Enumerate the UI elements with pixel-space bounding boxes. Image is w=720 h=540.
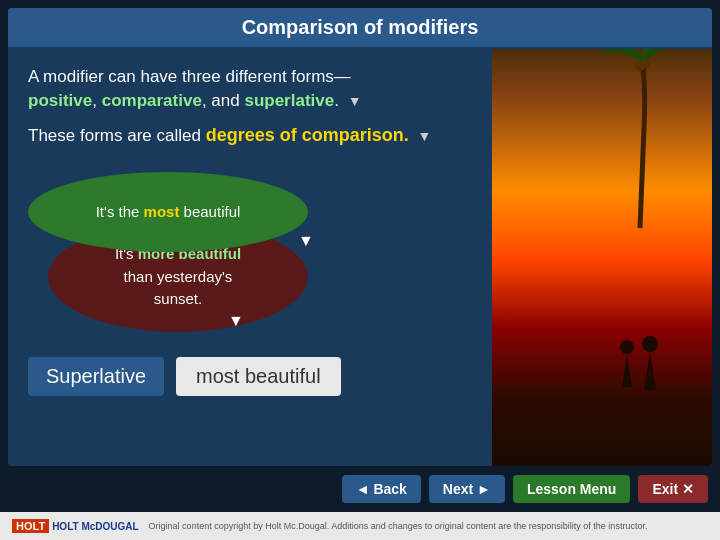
holt-mcdougal-logo: HOLT HOLT McDOUGAL (12, 519, 139, 533)
degrees-prefix: These forms are called (28, 126, 206, 145)
page-title: Comparison of modifiers (24, 16, 696, 39)
svg-point-1 (642, 60, 650, 68)
copyright-text: Original content copyright by Holt Mc.Do… (149, 521, 648, 531)
bubble-dark-text: It's more beautiful than yesterday's sun… (115, 243, 241, 311)
degrees-highlight: degrees of comparison. (206, 125, 409, 145)
back-button[interactable]: ◄ Back (342, 475, 421, 503)
superlative-value: most beautiful (176, 357, 341, 396)
svg-point-3 (642, 336, 658, 352)
intro-line1: A modifier can have three different form… (28, 67, 351, 86)
next-button[interactable]: Next ► (429, 475, 505, 503)
title-bar: Comparison of modifiers (8, 8, 712, 49)
bubble-arrow-2: ▼ (228, 312, 244, 330)
arrow-indicator-1: ▼ (348, 93, 362, 109)
bubble-arrow-1: ▼ (298, 232, 314, 250)
brand-name: HOLT McDOUGAL (52, 521, 138, 532)
intro-paragraph: A modifier can have three different form… (28, 65, 488, 113)
bubbles-area: It's the most beautiful It's more beauti… (28, 172, 428, 347)
comparative-term: comparative (102, 91, 202, 110)
superlative-section: Superlative most beautiful (8, 347, 488, 406)
degrees-paragraph: These forms are called degrees of compar… (28, 123, 488, 148)
footer: HOLT HOLT McDOUGAL Original content copy… (0, 512, 720, 540)
superlative-term: superlative (244, 91, 334, 110)
exit-button[interactable]: Exit ✕ (638, 475, 708, 503)
bubble-green-text: It's the most beautiful (96, 203, 241, 220)
lesson-menu-button[interactable]: Lesson Menu (513, 475, 630, 503)
nav-bar: ◄ Back Next ► Lesson Menu Exit ✕ (0, 466, 720, 512)
text-content: A modifier can have three different form… (8, 49, 508, 172)
people-silhouette (612, 332, 672, 406)
main-container: Comparison of modifiers A modifier can h… (0, 0, 720, 540)
palm-tree-decoration (602, 28, 682, 228)
arrow-indicator-2: ▼ (417, 128, 431, 144)
superlative-label: Superlative (28, 357, 164, 396)
positive-term: positive (28, 91, 92, 110)
svg-point-2 (620, 340, 634, 354)
content-area: Comparison of modifiers A modifier can h… (8, 8, 712, 466)
bubble-most-beautiful: It's the most beautiful (28, 172, 308, 252)
